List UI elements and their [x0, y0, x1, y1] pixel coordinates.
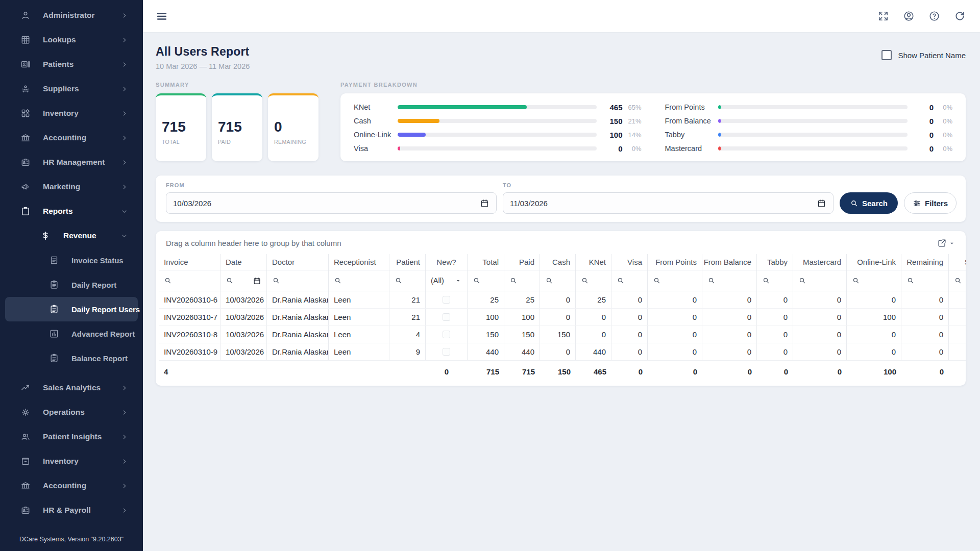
- filter-cell-receptionist[interactable]: [329, 270, 389, 291]
- report-table: InvoiceDateDoctorReceptionistPatientNew?…: [159, 254, 966, 382]
- cell-online-link: 0: [847, 326, 901, 343]
- filter-cell-tabby[interactable]: [757, 270, 793, 291]
- chevron-right-icon: [121, 483, 128, 489]
- to-date-input[interactable]: 11/03/2026: [503, 192, 834, 214]
- column-header-paid[interactable]: Paid: [504, 254, 540, 270]
- column-header-online-link[interactable]: Online-Link: [847, 254, 901, 270]
- footer-cell-patient: [389, 361, 426, 382]
- filter-cell-online-link[interactable]: [847, 270, 901, 291]
- new-checkbox[interactable]: [443, 313, 450, 321]
- topbar-actions: [877, 10, 966, 22]
- column-header-from-points[interactable]: From Points: [648, 254, 702, 270]
- calendar-icon[interactable]: [253, 277, 261, 285]
- filter-cell-remaining[interactable]: [901, 270, 949, 291]
- cell-doctor: Dr.Rania Alaskary: [267, 343, 329, 360]
- sidebar-item-daily-report[interactable]: Daily Report: [0, 272, 143, 297]
- fullscreen-button[interactable]: [877, 10, 889, 22]
- filter-cell-new[interactable]: (All): [426, 270, 468, 291]
- new-checkbox[interactable]: [443, 296, 450, 304]
- filter-cell-cash[interactable]: [540, 270, 576, 291]
- filter-cell-from-balance[interactable]: [702, 270, 757, 291]
- payment-row-tabby: Tabby00%: [665, 130, 953, 140]
- column-header-tabby[interactable]: Tabby: [757, 254, 793, 270]
- cell-paid: 25: [504, 291, 540, 308]
- filter-cell-date[interactable]: [220, 270, 267, 291]
- cell-from-balance: 0: [702, 326, 757, 343]
- sidebar-item-balance-report[interactable]: Balance Report: [0, 346, 143, 370]
- sidebar-item-sales-analytics[interactable]: Sales Analytics: [0, 375, 143, 400]
- column-header-new[interactable]: New?: [426, 254, 468, 270]
- sidebar-item-hr-management[interactable]: HR Management: [0, 150, 143, 174]
- sidebar-item-lookups[interactable]: Lookups: [0, 28, 143, 52]
- table-row[interactable]: INV20260310-710/03/2026Dr.Rania Alaskary…: [159, 309, 966, 326]
- sidebar-item-inventory[interactable]: Inventory: [0, 101, 143, 126]
- column-header-invoice[interactable]: Invoice: [159, 254, 220, 270]
- refresh-button[interactable]: [954, 10, 966, 22]
- new-checkbox[interactable]: [443, 331, 450, 338]
- hamburger-menu-button[interactable]: [156, 10, 168, 22]
- cell-new: [426, 291, 468, 308]
- column-header-from-balance[interactable]: From Balance: [702, 254, 757, 270]
- filter-cell-patient[interactable]: [389, 270, 426, 291]
- cell-new: [426, 343, 468, 360]
- filters-button[interactable]: Filters: [904, 192, 957, 214]
- show-patient-name-toggle[interactable]: Show Patient Name: [881, 50, 966, 60]
- sidebar-item-daily-report-users[interactable]: Daily Report Users: [5, 297, 138, 321]
- sidebar-item-suppliers[interactable]: Suppliers: [0, 77, 143, 101]
- sidebar-item-hr-payroll[interactable]: HR & Payroll: [0, 498, 143, 522]
- filter-cell-visa[interactable]: [611, 270, 648, 291]
- column-header-mastercard[interactable]: Mastercard: [793, 254, 847, 270]
- sidebar-item-patient-insights[interactable]: Patient Insights: [0, 424, 143, 449]
- table-row[interactable]: INV20260310-810/03/2026Dr.Rania Alaskary…: [159, 326, 966, 343]
- new-checkbox[interactable]: [443, 348, 450, 356]
- sidebar-item-invoice-status[interactable]: Invoice Status: [0, 248, 143, 272]
- column-header-total[interactable]: Total: [468, 254, 504, 270]
- sidebar-item-operations[interactable]: Operations: [0, 400, 143, 424]
- filter-cell-knet[interactable]: [576, 270, 611, 291]
- chevron-down-icon: [121, 208, 128, 215]
- sidebar-item-label: Patients: [43, 60, 74, 69]
- cell-remaining: 0: [901, 343, 949, 360]
- cell-cash: 0: [540, 291, 576, 308]
- filter-cell-invoice[interactable]: [159, 270, 220, 291]
- filter-cell-se[interactable]: [949, 270, 966, 291]
- filter-cell-from-points[interactable]: [648, 270, 702, 291]
- sidebar-item-patients[interactable]: Patients: [0, 52, 143, 77]
- column-header-cash[interactable]: Cash: [540, 254, 576, 270]
- help-button[interactable]: [928, 10, 940, 22]
- filter-cell-doctor[interactable]: [267, 270, 329, 291]
- column-header-se[interactable]: Se: [949, 254, 966, 270]
- filter-cell-mastercard[interactable]: [793, 270, 847, 291]
- column-header-remaining[interactable]: Remaining: [901, 254, 949, 270]
- filter-cell-paid[interactable]: [504, 270, 540, 291]
- column-header-date[interactable]: Date: [220, 254, 267, 270]
- export-button[interactable]: [937, 238, 955, 248]
- sidebar-item-accounting[interactable]: Accounting: [0, 126, 143, 150]
- show-patient-name-checkbox[interactable]: [881, 50, 892, 60]
- chevron-right-icon: [121, 409, 128, 416]
- cell-mastercard: 0: [793, 309, 847, 325]
- sidebar-item-inventory[interactable]: Inventory: [0, 449, 143, 473]
- sidebar-item-reports[interactable]: Reports: [0, 199, 143, 223]
- table-row[interactable]: INV20260310-610/03/2026Dr.Rania Alaskary…: [159, 291, 966, 309]
- sidebar-item-revenue[interactable]: Revenue: [0, 223, 143, 248]
- column-header-visa[interactable]: Visa: [611, 254, 648, 270]
- search-button[interactable]: Search: [840, 192, 898, 214]
- account-button[interactable]: [903, 10, 915, 22]
- sidebar-item-advanced-report[interactable]: Advanced Report: [0, 321, 143, 346]
- sidebar-item-accounting[interactable]: Accounting: [0, 473, 143, 498]
- search-icon: [617, 277, 625, 285]
- sidebar-item-marketing[interactable]: Marketing: [0, 174, 143, 199]
- footer-cell-mastercard: 0: [793, 361, 847, 382]
- from-date-input[interactable]: 10/03/2026: [166, 192, 497, 214]
- caret-down-icon: [454, 277, 462, 285]
- sidebar-item-administrator[interactable]: Administrator: [0, 3, 143, 28]
- table-row[interactable]: INV20260310-910/03/2026Dr.Rania Alaskary…: [159, 343, 966, 361]
- column-header-doctor[interactable]: Doctor: [267, 254, 329, 270]
- column-header-patient[interactable]: Patient: [389, 254, 426, 270]
- filter-cell-total[interactable]: [468, 270, 504, 291]
- column-header-knet[interactable]: KNet: [576, 254, 611, 270]
- column-header-receptionist[interactable]: Receptionist: [329, 254, 389, 270]
- new-filter-value[interactable]: (All): [431, 277, 444, 285]
- search-icon: [850, 199, 859, 208]
